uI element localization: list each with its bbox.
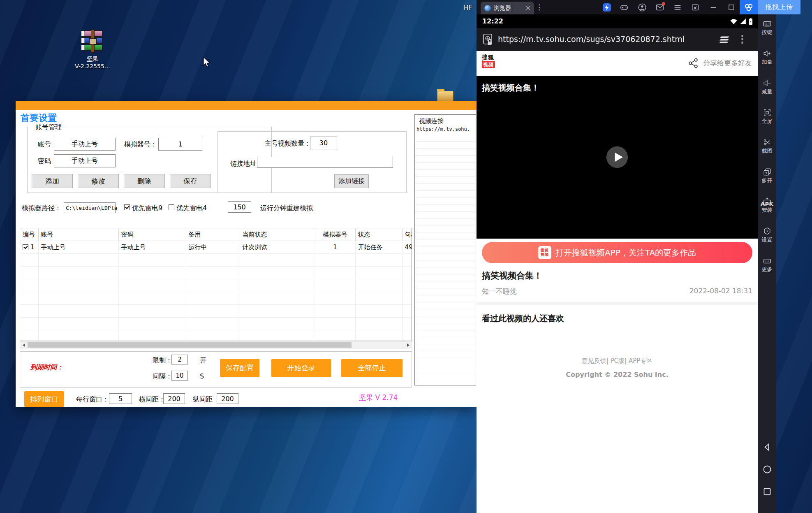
- add-button[interactable]: 添加: [32, 174, 73, 188]
- video-links-list[interactable]: [415, 135, 475, 385]
- browser-tab[interactable]: 浏览器: [481, 2, 534, 14]
- url-bar[interactable]: https://m.tv.sohu.com/sugs/sv370620872.s…: [477, 28, 758, 51]
- sidebar-button-install-apk[interactable]: APK 安装: [758, 197, 776, 227]
- add-link-button[interactable]: 添加链接: [334, 174, 369, 188]
- prefer-ld9-checkbox[interactable]: [124, 204, 130, 210]
- col-header-no[interactable]: 编号: [20, 228, 38, 241]
- scrollbar-thumb[interactable]: [28, 342, 352, 348]
- table-empty-row[interactable]: [20, 279, 412, 292]
- prefer-ld4-label[interactable]: 优先雷电4: [176, 204, 207, 213]
- minimize-button[interactable]: [709, 3, 718, 12]
- per-row-input[interactable]: 5: [109, 393, 132, 404]
- open-app-button[interactable]: 搜狐 视频 打开搜狐视频APP，关注TA的更多作品: [482, 242, 752, 263]
- window-titlebar[interactable]: [16, 101, 477, 110]
- emulator-no-input[interactable]: 1: [158, 138, 202, 151]
- share-icon: [688, 58, 699, 69]
- table-row[interactable]: 1 手动上号 手动上号 运行中 计次浏览 1 开始任务 4982: [20, 241, 412, 254]
- video-player[interactable]: 搞笑视频合集！: [477, 76, 758, 239]
- row-checkbox[interactable]: [23, 244, 28, 250]
- home-button[interactable]: [762, 464, 772, 474]
- desktop-icon-archive[interactable]: 坚果 V-2.22555…: [66, 30, 119, 70]
- col-header-account[interactable]: 账号: [38, 228, 118, 241]
- v-gap-label: 纵间距: [193, 395, 213, 404]
- table-empty-row[interactable]: [20, 267, 412, 279]
- version-text: 坚果 V 2.74: [359, 393, 398, 402]
- battery-icon: [749, 18, 753, 25]
- link-address-input[interactable]: [257, 157, 393, 168]
- limit-input[interactable]: 2: [171, 355, 188, 364]
- sidebar-button-fullscreen[interactable]: 全屏: [758, 108, 776, 138]
- scroll-right-arrow[interactable]: [405, 342, 412, 348]
- drag-upload-button[interactable]: 拖拽上传: [758, 0, 800, 14]
- more-icon: [763, 256, 772, 265]
- maximize-button[interactable]: [727, 3, 736, 12]
- ldplayer-logo[interactable]: [740, 0, 758, 14]
- emulator-titlebar: 浏览器 拖拽上传: [477, 0, 800, 14]
- save-button[interactable]: 保存: [170, 174, 211, 188]
- account-input[interactable]: 手动上号: [54, 138, 116, 151]
- password-input[interactable]: 手动上号: [54, 154, 116, 167]
- back-button[interactable]: [762, 442, 772, 452]
- table-empty-row[interactable]: [20, 254, 412, 267]
- video-link-item[interactable]: https://m.tv.sohu.: [416, 126, 475, 132]
- col-header-password[interactable]: 密码: [118, 228, 186, 241]
- col-header-backup[interactable]: 备用: [186, 228, 240, 241]
- sidebar-button-settings[interactable]: 设置: [758, 227, 776, 256]
- uploader-name[interactable]: 知一不睡觉: [482, 287, 517, 296]
- sidebar-button-multi-instance[interactable]: 多开: [758, 167, 776, 197]
- table-empty-row[interactable]: [20, 292, 412, 305]
- rebuild-minutes-input[interactable]: 150: [228, 201, 251, 213]
- page-security-icon: [482, 33, 494, 46]
- limit-label: 限制：: [153, 356, 172, 365]
- emulator-path-input[interactable]: C:\leidian\LDPla: [64, 202, 116, 213]
- prefer-ld4-checkbox[interactable]: [169, 204, 174, 210]
- tabs-icon[interactable]: [719, 35, 731, 45]
- sidebar-button-keyboard[interactable]: 按键: [758, 19, 776, 49]
- interval-input[interactable]: 10: [171, 371, 188, 381]
- sidebar-button-more[interactable]: 更多: [758, 256, 776, 286]
- mail-icon[interactable]: [655, 3, 664, 12]
- col-header-emulator-no[interactable]: 模拟器号: [315, 228, 355, 241]
- col-header-status[interactable]: 状态: [355, 228, 402, 241]
- prefer-ld9-label[interactable]: 优先雷电9: [132, 204, 162, 213]
- footer-links[interactable]: 意见反馈| PC版| APP专区: [477, 357, 758, 365]
- sohu-logo[interactable]: 搜狐 视频: [482, 54, 495, 68]
- arrange-windows-button[interactable]: 排列窗口: [24, 391, 64, 407]
- col-header-handle[interactable]: 句柄: [402, 228, 412, 241]
- table-empty-row[interactable]: [20, 318, 412, 330]
- table-empty-row[interactable]: [20, 330, 412, 341]
- right-triangle-icon: [407, 344, 409, 347]
- start-login-button[interactable]: 开始登录: [271, 359, 331, 377]
- modify-button[interactable]: 修改: [78, 174, 119, 188]
- col-header-current-status[interactable]: 当前状态: [240, 228, 315, 241]
- tab-close-icon[interactable]: [526, 6, 530, 10]
- interval-unit: S: [200, 372, 204, 380]
- table-horizontal-scrollbar[interactable]: [20, 341, 412, 348]
- delete-button[interactable]: 删除: [124, 174, 165, 188]
- video-count-input[interactable]: 30: [310, 137, 337, 149]
- new-tab-menu-icon[interactable]: [538, 3, 541, 12]
- menu-icon[interactable]: [673, 3, 682, 12]
- sidebar-button-screenshot[interactable]: 截图: [758, 138, 776, 167]
- browser-menu-icon[interactable]: [741, 34, 744, 45]
- url-text[interactable]: https://m.tv.sohu.com/sugs/sv370620872.s…: [498, 35, 710, 44]
- share-button[interactable]: 分享给更多好友: [688, 58, 752, 69]
- sidebar-button-volume-up[interactable]: 加量: [758, 49, 776, 79]
- sohu-app-icon: 搜狐 视频: [538, 246, 551, 259]
- v-gap-input[interactable]: 200: [217, 393, 238, 404]
- boost-icon[interactable]: [602, 3, 611, 12]
- emulator-sidebar: 按键 加量 减量 全屏 截图 多开: [758, 14, 776, 513]
- stop-all-button[interactable]: 全部停止: [341, 359, 403, 377]
- table-empty-row[interactable]: [20, 305, 412, 318]
- contact-icon[interactable]: [638, 3, 647, 12]
- sidebar-button-volume-down[interactable]: 减量: [758, 79, 776, 108]
- gamepad-icon[interactable]: [620, 3, 629, 12]
- recent-apps-button[interactable]: [762, 487, 772, 497]
- app-window: 首要设置 账号管理 账号： 手动上号 模拟器号： 1 密码： 手动上号 添加 修…: [16, 101, 477, 407]
- h-gap-input[interactable]: 200: [163, 393, 185, 404]
- folder-icon[interactable]: [437, 89, 453, 103]
- mini-window-icon[interactable]: [691, 3, 700, 12]
- play-button[interactable]: [606, 146, 629, 169]
- save-config-button[interactable]: 保存配置: [220, 359, 259, 377]
- scroll-left-arrow[interactable]: [20, 342, 27, 348]
